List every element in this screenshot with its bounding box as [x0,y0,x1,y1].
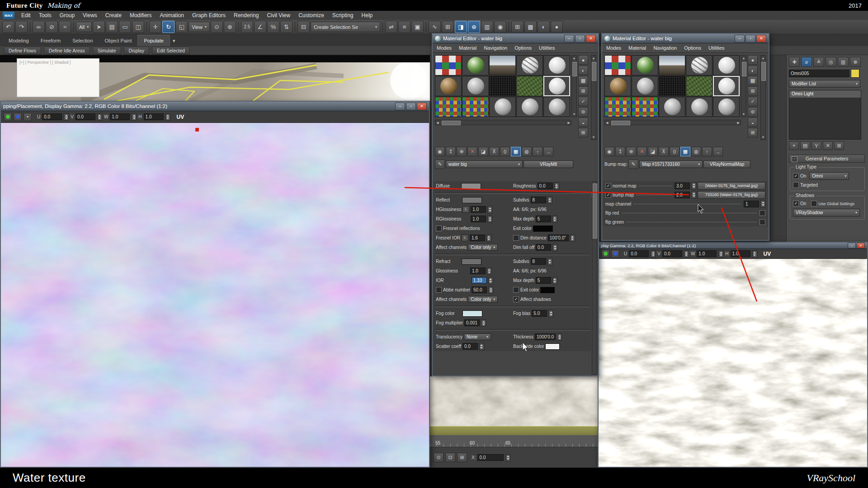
affect-shadows-checkbox[interactable]: ✓ [513,296,519,302]
spinner[interactable] [487,216,492,223]
material-sample-slot[interactable] [435,76,462,96]
subdivs-field[interactable]: 8 [531,197,546,203]
scroll-left-icon[interactable]: ◀ [606,120,608,125]
spinner[interactable] [570,235,575,242]
maximize-button[interactable]: ▫ [745,35,755,42]
diffuse-color-swatch[interactable] [461,183,481,189]
get-material-icon[interactable]: ◉ [435,147,445,156]
material-editor-titlebar[interactable]: Material Editor - water big ‒ ▫ ✕ [602,34,769,43]
roughness-field[interactable]: 0.0 [538,183,553,189]
water-texture-image[interactable] [599,259,867,467]
h-spinner[interactable] [165,113,170,121]
menu-help[interactable]: Help [358,11,377,20]
spinner[interactable] [479,343,484,350]
display-tab-icon[interactable]: ▥ [838,57,849,67]
material-sample-slot[interactable] [489,97,516,117]
show-end-result-icon[interactable]: ▤ [800,141,810,150]
simulate-button[interactable]: Simulate [93,47,121,55]
max-depth-field[interactable]: 5 [536,277,551,284]
material-sample-slot[interactable] [435,97,462,117]
modify-tab-icon[interactable]: ⌀ [801,57,812,67]
spinner[interactable] [488,277,493,284]
options-icon[interactable]: ⊚ [578,107,588,117]
menu-material[interactable]: Material [628,45,646,51]
flip-green-checkbox[interactable] [760,219,765,225]
curve-editor-icon[interactable]: ∿ [429,21,441,33]
video-color-check-icon[interactable]: ✓ [748,97,758,106]
material-sample-slot[interactable] [516,55,543,75]
rendered-frame-window-icon[interactable]: ▥ [481,21,493,33]
viewport-label[interactable]: [+] [ Perspective ] [ Shaded ] [19,60,71,65]
spinner[interactable] [548,310,553,317]
select-object-icon[interactable]: ➤ [93,21,105,33]
menu-modes[interactable]: Modes [606,45,621,51]
material-id-icon[interactable]: 0 [500,147,510,156]
affect-channels-dropdown[interactable]: Color only▾ [468,296,498,303]
make-unique-icon[interactable]: ◪ [478,147,488,156]
spinner[interactable] [760,200,765,207]
go-forward-icon[interactable]: → [543,147,553,156]
material-map-navigator-icon[interactable]: ⊞ [578,128,588,137]
render-setup-icon[interactable]: ⊛ [468,21,480,33]
spinner[interactable] [487,267,492,275]
select-by-name-icon[interactable]: ▤ [106,21,118,33]
spinner[interactable] [547,197,552,204]
abbe-number-field[interactable]: 50.0 [472,286,487,293]
scroll-left-icon[interactable]: ◀ [436,120,439,125]
u-spinner[interactable] [651,250,656,258]
tab-populate[interactable]: Populate [137,35,170,46]
fog-bias-field[interactable]: 5.0 [532,310,547,317]
normal-map-viewer-titlebar[interactable]: pping/Placement, Display Gamma: 2.2, RGB… [1,102,429,111]
window-crossing-icon[interactable]: ◫ [132,21,144,33]
scatter-coeff-field[interactable]: 0.0 [462,343,478,350]
sample-tiling-icon[interactable]: ⊞ [748,86,758,96]
collapse-icon[interactable]: - [792,156,797,162]
menu-material[interactable]: Material [459,45,476,51]
backlight-toggle-icon[interactable]: ◐ [538,21,550,33]
scroll-up-icon[interactable]: ▲ [572,56,576,61]
lock-icon[interactable]: L [462,235,468,241]
show-channel-icon[interactable] [14,113,22,121]
normal-map-multiplier-field[interactable]: 3.0 [675,183,690,189]
close-button[interactable]: ✕ [417,103,427,110]
max-logo-icon[interactable]: MAX [3,12,14,19]
redo-icon[interactable]: ↷ [15,21,28,33]
sample-sphere-icon[interactable]: ● [551,21,563,33]
material-sample-slot-active[interactable] [543,76,570,96]
u-offset-field[interactable]: 0.0 [42,113,62,120]
x-coordinate-field[interactable]: 0.0 [477,454,504,461]
spinner[interactable] [691,191,696,198]
material-sample-slot-active[interactable] [713,76,740,96]
key-mode-icon[interactable]: ⊙ [434,453,443,462]
h-field[interactable]: 1.0 [731,250,750,257]
select-manipulate-icon[interactable]: ⊕ [224,21,236,33]
perspective-viewport[interactable]: [+] [ Perspective ] [ Shaded ] [0,55,430,101]
material-sample-slot[interactable] [632,55,658,75]
schematic-view-icon[interactable]: ⊞ [442,21,454,33]
rglossiness-field[interactable]: 1.0 [471,216,486,222]
bump-map-multiplier-field[interactable]: 2.0 [675,192,690,198]
layer-manager-icon[interactable]: ▣ [411,21,424,33]
background-icon[interactable]: ▩ [748,76,758,85]
u-offset-field[interactable]: 0.0 [629,250,649,257]
material-sample-slot[interactable] [604,55,631,75]
edit-selected-button[interactable]: Edit Selected [152,47,190,55]
flip-red-checkbox[interactable] [760,210,765,216]
spinner[interactable] [487,206,492,213]
window-scrollbar[interactable]: ▲ ▼ [591,55,596,140]
material-sample-slot[interactable] [659,76,685,96]
fresnel-reflections-checkbox[interactable] [436,225,442,231]
select-by-material-icon[interactable]: ◒ [578,117,588,127]
menu-navigation[interactable]: Navigation [484,45,507,51]
menu-modifiers[interactable]: Modifiers [126,11,156,20]
material-sample-slot[interactable] [435,55,462,75]
display-mode-icon[interactable]: ▩ [524,21,537,33]
grid-toggle-icon[interactable]: ⊞ [511,21,524,33]
go-forward-icon[interactable]: → [713,147,723,156]
modifier-list-dropdown[interactable]: Modifier List ▾ [789,80,860,88]
lock-icon[interactable]: L [462,206,469,213]
define-idle-areas-button[interactable]: Define Idle Areas [44,47,90,55]
sample-scrollbar-vertical[interactable]: ▲ ▼ [571,55,577,117]
snaps-toggle-icon[interactable]: 2.5 [241,21,253,33]
material-sample-slot[interactable] [489,55,516,75]
